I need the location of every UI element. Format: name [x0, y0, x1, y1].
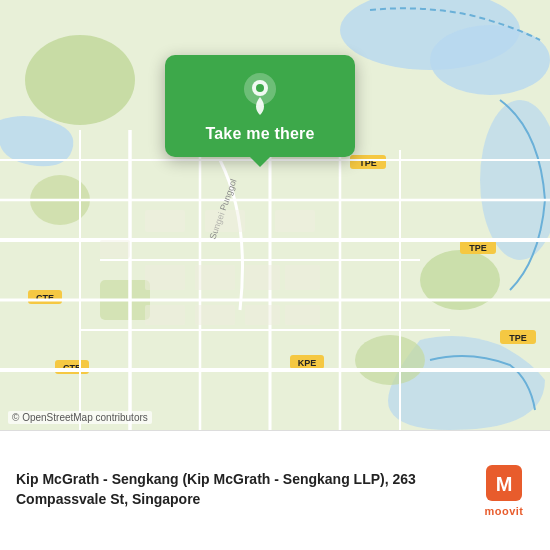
svg-point-7 — [355, 335, 425, 385]
info-bar: Kip McGrath - Sengkang (Kip McGrath - Se… — [0, 430, 550, 550]
svg-rect-45 — [205, 210, 245, 232]
svg-point-49 — [256, 84, 264, 92]
moovit-icon: M — [486, 465, 522, 501]
svg-rect-35 — [145, 265, 185, 290]
svg-rect-46 — [275, 210, 315, 232]
svg-rect-41 — [245, 305, 280, 325]
svg-point-4 — [25, 35, 135, 125]
moovit-logo: M moovit — [474, 465, 534, 517]
info-title: Kip McGrath - Sengkang (Kip McGrath - Se… — [16, 470, 462, 509]
svg-rect-43 — [100, 240, 130, 258]
popup-label: Take me there — [205, 125, 314, 143]
svg-text:M: M — [496, 473, 513, 495]
info-text: Kip McGrath - Sengkang (Kip McGrath - Se… — [16, 470, 474, 511]
svg-text:TPE: TPE — [469, 243, 487, 253]
map-container: TPE TPE TPE CTE CTE KPE — [0, 0, 550, 430]
svg-rect-38 — [195, 305, 235, 325]
info-title-text: Kip McGrath - Sengkang (Kip McGrath - Se… — [16, 471, 416, 507]
svg-text:TPE: TPE — [509, 333, 527, 343]
svg-rect-39 — [245, 265, 280, 290]
svg-rect-44 — [145, 210, 185, 232]
svg-rect-42 — [285, 305, 320, 325]
app: TPE TPE TPE CTE CTE KPE — [0, 0, 550, 550]
map-attribution: © OpenStreetMap contributors — [8, 411, 152, 424]
svg-rect-36 — [195, 265, 235, 290]
svg-text:KPE: KPE — [298, 358, 317, 368]
moovit-text: moovit — [484, 505, 523, 517]
svg-rect-37 — [145, 305, 185, 325]
location-pin-icon — [238, 71, 282, 115]
popup-card[interactable]: Take me there — [165, 55, 355, 157]
svg-rect-40 — [285, 265, 320, 290]
